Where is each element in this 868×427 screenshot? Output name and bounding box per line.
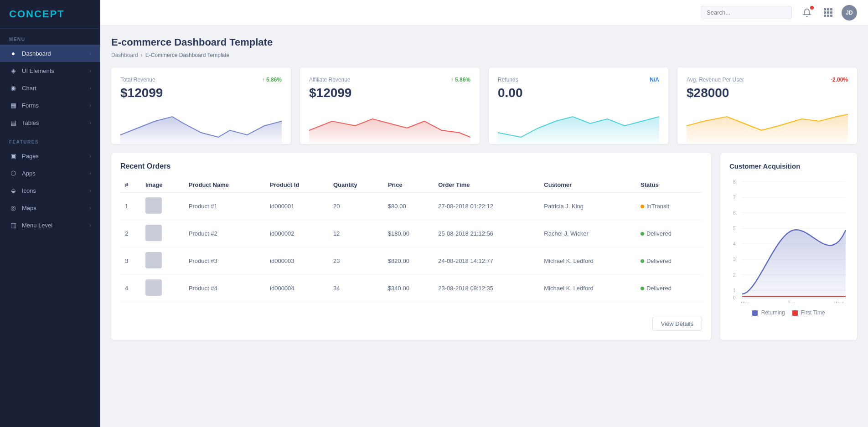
sidebar-item-apps[interactable]: ⬡ Apps › — [0, 165, 100, 182]
legend-dot-returning — [752, 310, 758, 316]
cell-status: InTransit — [636, 192, 702, 220]
sidebar-item-left: ◎ Maps — [9, 204, 36, 212]
cell-price: $180.00 — [383, 220, 434, 247]
sidebar-item-left: ● Dashboard — [9, 49, 51, 57]
svg-text:3: 3 — [733, 257, 736, 262]
cell-product-id: id000002 — [265, 220, 329, 247]
sidebar-item-label: Forms — [22, 102, 39, 109]
stat-card-header: Total Revenue ↑ 5.86% — [120, 77, 282, 83]
svg-text:6: 6 — [733, 211, 736, 216]
breadcrumb: Dashboard › E-Commerce Dashboard Templat… — [111, 52, 857, 58]
grid-dot — [830, 11, 832, 14]
col-num: # — [120, 178, 141, 192]
status-dot — [641, 205, 644, 208]
cell-image — [141, 247, 184, 275]
sidebar-item-left: ◈ UI Elements — [9, 67, 54, 75]
sidebar-item-icons[interactable]: ⬙ Icons › — [0, 182, 100, 199]
bell-icon — [802, 8, 811, 17]
avatar[interactable]: JD — [842, 5, 857, 21]
notification-badge — [810, 6, 814, 10]
sidebar-item-dashboard[interactable]: ● Dashboard › — [0, 45, 100, 62]
cell-product-name: Product #4 — [184, 275, 265, 302]
svg-text:4: 4 — [733, 242, 736, 247]
forms-icon: ▦ — [9, 101, 17, 109]
stat-card-affiliate-revenue: Affiliate Revenue ↑ 5.86% $12099 — [300, 67, 480, 144]
grid-dot — [824, 15, 826, 17]
cell-image — [141, 220, 184, 247]
breadcrumb-current: E-Commerce Dashboard Template — [145, 52, 230, 58]
sidebar-item-label: Maps — [22, 205, 36, 211]
cell-product-id: id000001 — [265, 192, 329, 220]
bottom-section: Recent Orders # Image Product Name Produ… — [111, 153, 857, 340]
cell-product-id: id000003 — [265, 247, 329, 275]
svg-text:Mon: Mon — [741, 301, 749, 303]
notifications-button[interactable] — [799, 5, 815, 21]
main-area: JD E-commerce Dashboard Template Dashboa… — [100, 0, 868, 427]
table-row: 1 Product #1 id000001 20 $80.00 27-08-20… — [120, 192, 702, 220]
table-row: 2 Product #2 id000002 12 $180.00 25-08-2… — [120, 220, 702, 247]
col-status: Status — [636, 178, 702, 192]
maps-icon: ◎ — [9, 204, 17, 212]
chevron-right-icon: › — [90, 86, 91, 91]
sidebar-item-label: Chart — [22, 85, 36, 92]
sidebar-item-forms[interactable]: ▦ Forms › — [0, 97, 100, 114]
cell-num: 4 — [120, 275, 141, 302]
sidebar-item-left: ▣ Pages — [9, 152, 39, 160]
search-input[interactable] — [701, 6, 792, 19]
sidebar-item-menu-level[interactable]: ▥ Menu Level › — [0, 216, 100, 234]
sidebar-item-pages[interactable]: ▣ Pages › — [0, 147, 100, 165]
svg-text:Tue: Tue — [788, 301, 796, 303]
cell-quantity: 34 — [329, 275, 383, 302]
stat-card-refunds: Refunds N/A 0.00 — [489, 67, 668, 144]
svg-text:Wed: Wed — [834, 301, 843, 303]
chevron-right-icon: › — [90, 171, 91, 176]
cell-price: $80.00 — [383, 192, 434, 220]
cell-product-name: Product #1 — [184, 192, 265, 220]
stat-change: N/A — [650, 77, 659, 83]
page-title: E-commerce Dashboard Template — [111, 36, 857, 48]
breadcrumb-separator: › — [141, 52, 143, 58]
chevron-right-icon: › — [90, 68, 91, 73]
stat-value: $12099 — [120, 86, 282, 100]
pages-icon: ▣ — [9, 152, 17, 160]
cell-quantity: 23 — [329, 247, 383, 275]
cell-quantity: 20 — [329, 192, 383, 220]
chevron-right-icon: › — [90, 51, 91, 56]
cell-order-time: 25-08-2018 21:12:56 — [434, 220, 539, 247]
orders-card: Recent Orders # Image Product Name Produ… — [111, 153, 711, 340]
product-image — [145, 279, 162, 296]
acquisition-card: Customer Acquisition 8 7 6 5 4 3 2 1 0 — [720, 153, 857, 340]
grid-dot — [830, 8, 832, 10]
features-section-label: FEATURES — [0, 131, 100, 147]
svg-text:5: 5 — [733, 226, 736, 231]
stat-label: Affiliate Revenue — [309, 77, 351, 83]
brand-logo: CONCEPT — [0, 0, 100, 29]
sidebar-item-tables[interactable]: ▤ Tables › — [0, 114, 100, 131]
table-body: 1 Product #1 id000001 20 $80.00 27-08-20… — [120, 192, 702, 302]
grid-dot — [824, 11, 826, 14]
stat-card-avg-revenue: Avg. Revenue Per User -2.00% $28000 — [677, 67, 857, 144]
sidebar-item-maps[interactable]: ◎ Maps › — [0, 199, 100, 216]
orders-table: # Image Product Name Product Id Quantity… — [120, 178, 702, 302]
mini-chart-area — [120, 108, 282, 144]
chart-icon: ◉ — [9, 84, 17, 92]
cell-order-time: 27-08-2018 01:22:12 — [434, 192, 539, 220]
chevron-right-icon: › — [90, 206, 91, 211]
avg-revenue-chart — [687, 108, 848, 144]
cell-num: 3 — [120, 247, 141, 275]
sidebar-item-chart[interactable]: ◉ Chart › — [0, 79, 100, 97]
grid-dot — [824, 8, 826, 10]
product-image — [145, 225, 162, 241]
status-dot — [641, 287, 644, 290]
dashboard-icon: ● — [9, 49, 17, 57]
total-revenue-chart — [120, 108, 282, 144]
sidebar-item-ui-elements[interactable]: ◈ UI Elements › — [0, 62, 100, 79]
status-dot — [641, 232, 644, 236]
acquisition-chart-wrap: 8 7 6 5 4 3 2 1 0 — [729, 175, 848, 305]
chevron-right-icon: › — [90, 188, 91, 193]
grid-apps-button[interactable] — [822, 6, 834, 19]
mini-chart-area — [309, 108, 470, 144]
sidebar-item-left: ⬡ Apps — [9, 169, 36, 177]
view-details-button[interactable]: View Details — [652, 317, 702, 331]
breadcrumb-home[interactable]: Dashboard — [111, 52, 138, 58]
